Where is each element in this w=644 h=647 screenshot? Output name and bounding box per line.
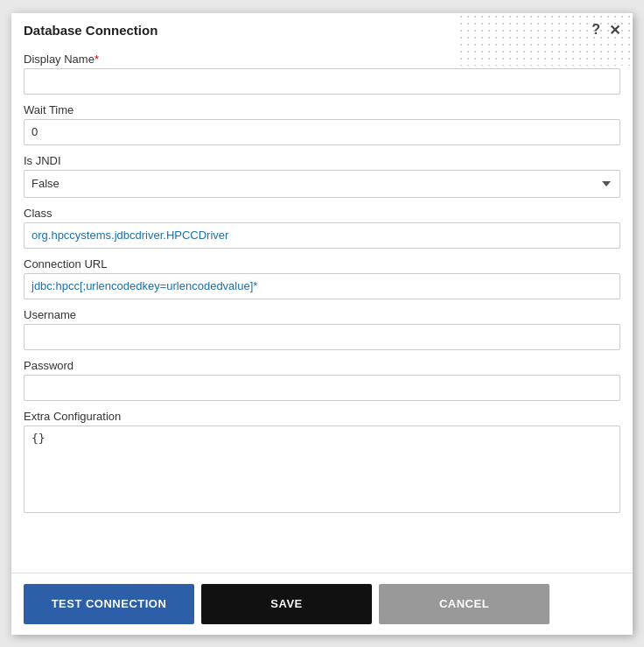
- class-input[interactable]: [24, 222, 620, 249]
- display-name-group: Display Name*: [24, 53, 620, 95]
- username-label: Username: [24, 308, 620, 321]
- class-label: Class: [24, 207, 620, 220]
- is-jndi-label: Is JNDI: [24, 154, 620, 167]
- save-button[interactable]: SAVE: [201, 584, 372, 624]
- close-icon[interactable]: ✕: [609, 22, 620, 39]
- display-name-input[interactable]: [24, 68, 620, 95]
- header-icons: ? ✕: [592, 22, 620, 39]
- connection-url-input[interactable]: [24, 273, 620, 299]
- required-star: *: [94, 53, 99, 66]
- dialog-title: Database Connection: [24, 23, 158, 38]
- extra-configuration-group: Extra Configuration {}: [24, 410, 620, 517]
- dialog-body: Display Name* Wait Time Is JNDI False Tr…: [11, 46, 633, 573]
- dialog-footer: TEST CONNECTION SAVE CANCEL: [11, 573, 633, 635]
- password-label: Password: [24, 359, 620, 372]
- password-input[interactable]: [24, 375, 620, 401]
- username-group: Username: [24, 308, 620, 350]
- wait-time-label: Wait Time: [24, 103, 620, 116]
- username-input[interactable]: [24, 324, 620, 350]
- extra-configuration-label: Extra Configuration: [24, 410, 620, 423]
- database-connection-dialog: Database Connection ? ✕ Display Name* Wa…: [11, 13, 633, 635]
- extra-configuration-input[interactable]: {}: [24, 425, 620, 513]
- wait-time-input[interactable]: [24, 119, 620, 145]
- dialog-header: Database Connection ? ✕: [11, 13, 633, 46]
- is-jndi-group: Is JNDI False True: [24, 154, 620, 198]
- connection-url-group: Connection URL: [24, 257, 620, 299]
- cancel-button[interactable]: CANCEL: [379, 584, 550, 624]
- test-connection-button[interactable]: TEST CONNECTION: [24, 584, 194, 624]
- password-group: Password: [24, 359, 620, 401]
- help-icon[interactable]: ?: [592, 22, 600, 38]
- is-jndi-select[interactable]: False True: [24, 170, 620, 198]
- class-group: Class: [24, 207, 620, 249]
- display-name-label: Display Name*: [24, 53, 620, 66]
- connection-url-label: Connection URL: [24, 257, 620, 271]
- wait-time-group: Wait Time: [24, 103, 620, 145]
